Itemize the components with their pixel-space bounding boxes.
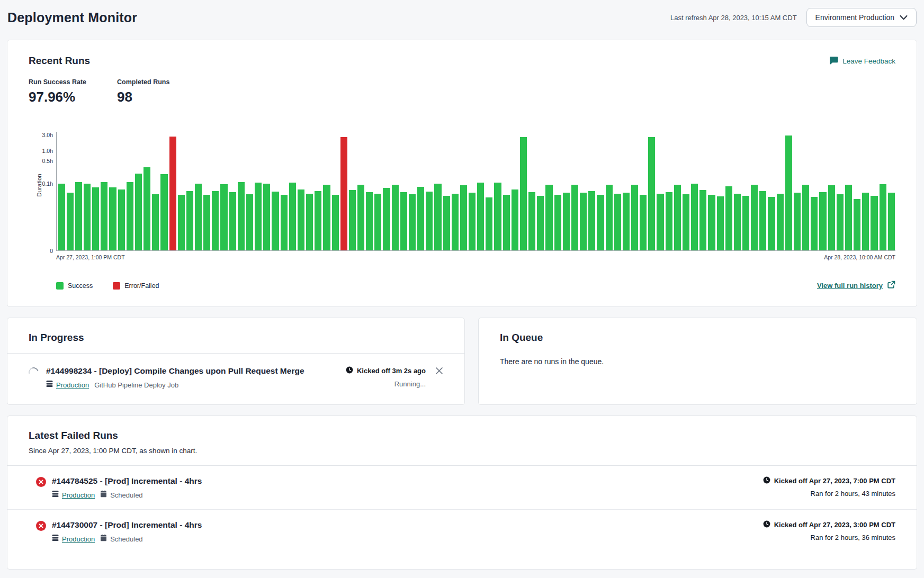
chart-bar[interactable] xyxy=(229,192,236,250)
chart-bar[interactable] xyxy=(400,192,407,250)
chart-bar[interactable] xyxy=(92,187,99,250)
chart-bar[interactable] xyxy=(169,137,176,250)
chart-bar[interactable] xyxy=(623,193,630,250)
chart-bar[interactable] xyxy=(503,195,510,250)
chart-bar[interactable] xyxy=(212,191,219,250)
chart-bar[interactable] xyxy=(845,185,852,250)
chart-bar[interactable] xyxy=(289,183,296,250)
chart-bar[interactable] xyxy=(186,191,193,250)
chart-bar[interactable] xyxy=(571,185,578,250)
chart-bar[interactable] xyxy=(203,195,210,250)
chart-bar[interactable] xyxy=(340,137,347,250)
chart-bar[interactable] xyxy=(101,182,107,250)
chart-bar[interactable] xyxy=(828,185,835,250)
chart-bar[interactable] xyxy=(777,194,784,250)
chart-bar[interactable] xyxy=(734,194,741,250)
chart-bar[interactable] xyxy=(263,184,270,250)
chart-bar[interactable] xyxy=(554,195,561,250)
chart-bar[interactable] xyxy=(785,136,792,250)
chart-bar[interactable] xyxy=(75,182,82,250)
chart-bar[interactable] xyxy=(306,194,313,250)
chart-bar[interactable] xyxy=(520,137,527,250)
chart-bar[interactable] xyxy=(528,192,535,250)
chart-bar[interactable] xyxy=(802,185,809,250)
chart-bar[interactable] xyxy=(494,183,501,250)
chart-bar[interactable] xyxy=(118,189,125,250)
chart-bar[interactable] xyxy=(238,182,245,250)
chart-bar[interactable] xyxy=(725,186,732,250)
chart-bar[interactable] xyxy=(443,196,450,250)
close-icon[interactable] xyxy=(435,367,443,390)
chart-bar[interactable] xyxy=(512,189,518,250)
chart-bar[interactable] xyxy=(477,183,484,250)
chart-bar[interactable] xyxy=(674,185,681,250)
chart-bar[interactable] xyxy=(452,194,459,250)
chart-bar[interactable] xyxy=(298,189,304,250)
chart-bar[interactable] xyxy=(383,188,390,250)
chart-bar[interactable] xyxy=(563,193,570,250)
environment-dropdown[interactable]: Environment Production xyxy=(806,8,917,27)
chart-bar[interactable] xyxy=(683,194,689,250)
chart-bar[interactable] xyxy=(84,184,91,250)
chart-bar[interactable] xyxy=(160,174,167,250)
chart-bar[interactable] xyxy=(417,187,424,250)
chart-bar[interactable] xyxy=(127,182,133,250)
chart-bar[interactable] xyxy=(759,191,766,250)
chart-bar[interactable] xyxy=(366,192,373,250)
view-full-run-history-link[interactable]: View full run history xyxy=(817,281,895,291)
chart-bar[interactable] xyxy=(588,191,595,250)
chart-bar[interactable] xyxy=(315,191,321,250)
chart-bar[interactable] xyxy=(135,174,142,250)
chart-bar[interactable] xyxy=(537,196,544,250)
chart-bar[interactable] xyxy=(143,167,150,250)
leave-feedback-link[interactable]: Leave Feedback xyxy=(829,56,895,66)
chart-bar[interactable] xyxy=(357,185,364,250)
chart-bar[interactable] xyxy=(152,194,159,250)
production-link[interactable]: Production xyxy=(62,491,95,499)
chart-bar[interactable] xyxy=(717,196,724,250)
chart-bar[interactable] xyxy=(751,185,758,250)
chart-bar[interactable] xyxy=(392,185,399,250)
chart-bar[interactable] xyxy=(434,184,441,250)
chart-bar[interactable] xyxy=(819,192,826,250)
chart-bar[interactable] xyxy=(862,193,869,250)
chart-bar[interactable] xyxy=(606,185,613,250)
chart-bar[interactable] xyxy=(58,184,65,250)
chart-bar[interactable] xyxy=(854,199,860,250)
chart-bar[interactable] xyxy=(545,185,552,250)
chart-bar[interactable] xyxy=(178,195,185,250)
chart-bar[interactable] xyxy=(888,193,895,250)
chart-bar[interactable] xyxy=(657,194,663,250)
chart-bar[interactable] xyxy=(837,194,844,250)
chart-bar[interactable] xyxy=(614,194,621,250)
chart-bar[interactable] xyxy=(691,184,698,250)
chart-bar[interactable] xyxy=(246,194,253,250)
chart-bar[interactable] xyxy=(811,197,818,250)
chart-bar[interactable] xyxy=(768,197,775,250)
chart-bar[interactable] xyxy=(323,185,330,250)
chart-bar[interactable] xyxy=(648,137,655,250)
chart-bar[interactable] xyxy=(699,190,706,250)
chart-bar[interactable] xyxy=(195,184,202,250)
chart-bar[interactable] xyxy=(281,195,288,250)
chart-bar[interactable] xyxy=(469,193,476,250)
chart-bar[interactable] xyxy=(460,185,467,250)
chart-bar[interactable] xyxy=(255,183,262,250)
chart-bar[interactable] xyxy=(580,193,587,250)
chart-bar[interactable] xyxy=(666,192,672,250)
chart-bar[interactable] xyxy=(374,194,381,250)
chart-bar[interactable] xyxy=(640,195,647,250)
chart-bar[interactable] xyxy=(794,193,801,250)
chart-bar[interactable] xyxy=(486,197,492,250)
chart-bar[interactable] xyxy=(67,193,74,250)
chart-bar[interactable] xyxy=(871,196,877,250)
chart-bar[interactable] xyxy=(332,195,339,250)
production-link[interactable]: Production xyxy=(56,381,89,389)
chart-bar[interactable] xyxy=(220,184,227,250)
chart-bar[interactable] xyxy=(631,185,638,250)
chart-bar[interactable] xyxy=(272,192,279,250)
chart-bar[interactable] xyxy=(708,195,715,250)
chart-bar[interactable] xyxy=(597,195,604,250)
chart-bar[interactable] xyxy=(742,196,749,250)
production-link[interactable]: Production xyxy=(62,535,95,543)
